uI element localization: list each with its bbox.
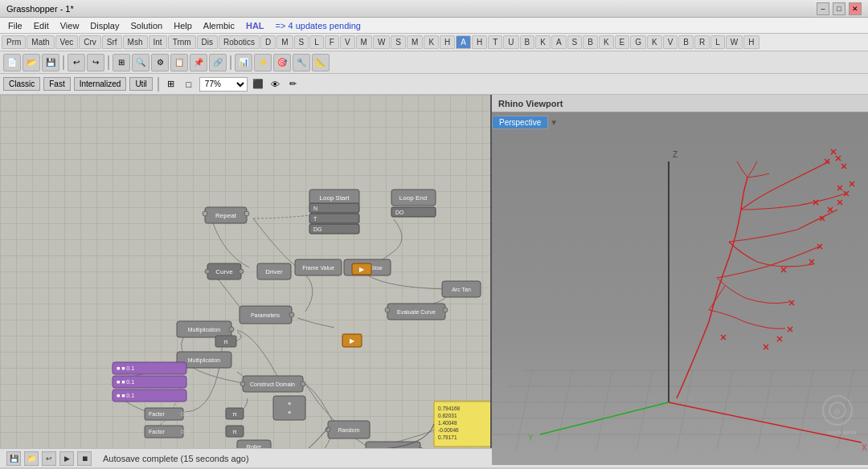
close-button[interactable]: ✕ — [849, 2, 862, 15]
clipboard-btn[interactable]: 📋 — [170, 54, 188, 71]
maximize-button[interactable]: □ — [833, 2, 845, 15]
menu-file[interactable]: File — [3, 19, 27, 32]
menu-solution[interactable]: Solution — [125, 19, 167, 32]
bolt-btn[interactable]: ⚡ — [254, 54, 272, 71]
toolbar2: Classic Fast Internalized Util ⊞ □ 77% 1… — [0, 74, 868, 95]
tab-robotics[interactable]: Robotics — [219, 35, 260, 49]
tab-u[interactable]: U — [503, 35, 518, 49]
tab-vec[interactable]: Vec — [55, 35, 79, 49]
tab-fast[interactable]: Fast — [43, 77, 70, 91]
menu-alembic[interactable]: Alembic — [199, 19, 240, 32]
status-run-btn[interactable]: ▶ — [59, 451, 74, 466]
redo-btn[interactable]: ↪ — [87, 54, 104, 71]
tab-crv[interactable]: Crv — [79, 35, 101, 49]
page-icon[interactable]: □ — [182, 77, 196, 92]
svg-text:Driver: Driver — [265, 268, 283, 275]
status-open-btn[interactable]: 📁 — [24, 451, 39, 466]
tab-srf[interactable]: Srf — [102, 35, 122, 49]
tab-k4[interactable]: K — [647, 35, 662, 49]
menu-hal-updates[interactable]: => 4 updates pending — [271, 19, 366, 32]
tab-r[interactable]: R — [694, 35, 710, 49]
tab-h3[interactable]: H — [743, 35, 759, 49]
frame-icon[interactable]: ⬛ — [251, 77, 265, 92]
tab-v[interactable]: V — [340, 35, 355, 49]
settings-btn[interactable]: ⚙ — [151, 54, 169, 71]
tab-b[interactable]: B — [520, 35, 535, 49]
wrench-btn[interactable]: 🔧 — [293, 54, 310, 71]
menu-help[interactable]: Help — [169, 19, 197, 32]
perspective-tab[interactable]: Perspective — [492, 116, 548, 129]
svg-point-36 — [289, 312, 294, 317]
tab-internalized[interactable]: Internalized — [74, 77, 127, 91]
save-btn[interactable]: 💾 — [42, 54, 59, 71]
pin-btn[interactable]: 📌 — [190, 54, 207, 71]
rhino-viewport[interactable]: Rhino Viewport Perspective ▼ — [490, 95, 868, 448]
tab-m2[interactable]: M — [356, 35, 372, 49]
zoom-in-btn[interactable]: 🔍 — [132, 54, 149, 71]
status-icons: 💾 📁 ↩ ▶ ⏹ — [6, 451, 92, 466]
tab-math[interactable]: Math — [27, 35, 54, 49]
pen-icon[interactable]: ✏ — [286, 77, 301, 92]
undo-btn[interactable]: ↩ — [68, 54, 85, 71]
tab-b3[interactable]: B — [678, 35, 694, 49]
tab-a[interactable]: A — [456, 35, 471, 49]
status-undo-btn[interactable]: ↩ — [42, 451, 56, 466]
tab-h[interactable]: H — [440, 35, 455, 49]
rhino-3d-canvas[interactable]: X Z Y ⚙ kaydı alındı — [492, 129, 868, 465]
open-btn[interactable]: 📂 — [23, 54, 40, 71]
sep1 — [63, 55, 64, 70]
status-stop-btn[interactable]: ⏹ — [77, 451, 92, 466]
zoom-fit-btn[interactable]: ⊞ — [113, 54, 130, 71]
tab-dis[interactable]: Dis — [197, 35, 218, 49]
svg-text:T: T — [313, 216, 317, 222]
tab-m3[interactable]: M — [407, 35, 423, 49]
status-save-btn[interactable]: 💾 — [6, 451, 21, 466]
tab-b2[interactable]: B — [583, 35, 598, 49]
tab-m[interactable]: M — [276, 35, 293, 49]
tab-k3[interactable]: K — [599, 35, 614, 49]
tab-util[interactable]: Util — [129, 77, 152, 91]
tab-s3[interactable]: S — [567, 35, 583, 49]
minimize-button[interactable]: – — [817, 2, 829, 15]
tab-int[interactable]: Int — [149, 35, 167, 49]
tab-w[interactable]: W — [373, 35, 390, 49]
tab-s2[interactable]: S — [391, 35, 406, 49]
menu-view[interactable]: View — [55, 19, 84, 32]
tab-a2[interactable]: A — [551, 35, 567, 49]
tab-msh[interactable]: Msh — [123, 35, 148, 49]
tab-e[interactable]: E — [615, 35, 630, 49]
grid-icon[interactable]: ⊞ — [164, 77, 178, 92]
ruler-btn[interactable]: 📐 — [312, 54, 330, 71]
new-btn[interactable]: 📄 — [3, 54, 21, 71]
tab-s[interactable]: S — [294, 35, 309, 49]
rhino-viewport-header: Rhino Viewport — [492, 95, 868, 112]
grasshopper-canvas[interactable]: Loop Start Loop End Repeat N T DG DO Cur… — [0, 95, 490, 448]
tab-l[interactable]: L — [309, 35, 324, 49]
link-btn[interactable]: 🔗 — [209, 54, 227, 71]
tab-t[interactable]: T — [488, 35, 502, 49]
tab-h2[interactable]: H — [472, 35, 487, 49]
svg-point-18 — [205, 269, 210, 274]
menu-display[interactable]: Display — [85, 19, 124, 32]
tab-trnm[interactable]: Trnm — [168, 35, 196, 49]
svg-text:■ ■ 0.1: ■ ■ 0.1 — [117, 393, 134, 398]
eye-icon[interactable]: 👁 — [268, 77, 283, 92]
tab-l2[interactable]: L — [710, 35, 725, 49]
chart-btn[interactable]: 📊 — [235, 54, 252, 71]
tab-g[interactable]: G — [630, 35, 646, 49]
menu-hal[interactable]: HAL — [241, 19, 269, 32]
svg-point-30 — [385, 308, 390, 312]
tab-prm[interactable]: Prm — [2, 35, 26, 49]
title-text: Grasshopper - 1* — [6, 4, 74, 14]
target-btn[interactable]: 🎯 — [273, 54, 291, 71]
viewport-dropdown[interactable]: ▼ — [550, 118, 558, 127]
tab-k2[interactable]: K — [535, 35, 551, 49]
zoom-select[interactable]: 77% 100% 50% — [199, 77, 248, 92]
tab-k[interactable]: K — [424, 35, 439, 49]
tab-w2[interactable]: W — [726, 35, 743, 49]
tab-v2[interactable]: V — [663, 35, 678, 49]
tab-classic[interactable]: Classic — [3, 77, 40, 91]
tab-d[interactable]: D — [260, 35, 276, 49]
tab-f[interactable]: F — [325, 35, 339, 49]
menu-edit[interactable]: Edit — [29, 19, 54, 32]
